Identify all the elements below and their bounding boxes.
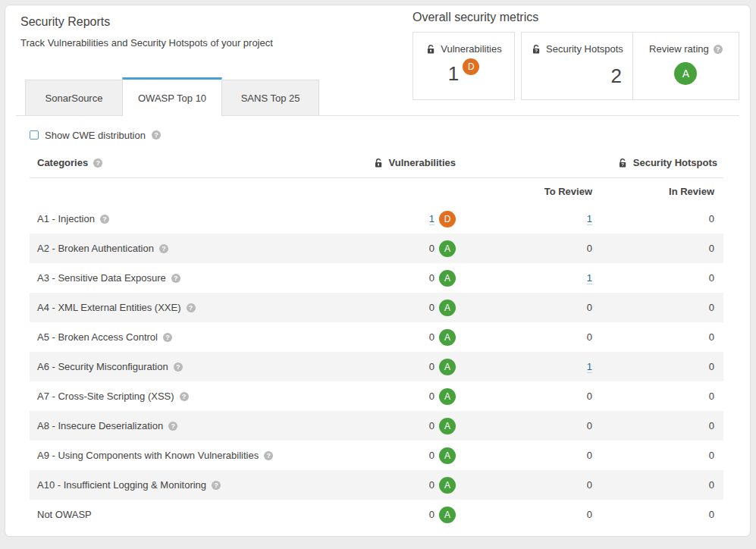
- to-review-cell: 0: [462, 509, 598, 520]
- to-review-cell: 0: [462, 420, 598, 431]
- in-review-cell: 0: [598, 450, 723, 461]
- vulnerabilities-count: 1: [448, 62, 459, 86]
- vulnerabilities-count: 0: [429, 302, 434, 313]
- help-circle-icon[interactable]: ?: [212, 481, 221, 490]
- category-label: A6 - Security Misconfiguration: [37, 361, 168, 372]
- help-circle-icon[interactable]: ?: [93, 158, 102, 168]
- rating-badge: A: [439, 329, 456, 346]
- category-cell: A6 - Security Misconfiguration?: [30, 361, 371, 372]
- category-cell: A3 - Sensitive Data Exposure?: [30, 272, 371, 284]
- vulnerabilities-metric-label: Vulnerabilities: [425, 43, 501, 55]
- vulnerabilities-cell: 0A: [371, 329, 462, 346]
- to-review-count: 0: [587, 479, 592, 491]
- help-circle-icon[interactable]: ?: [163, 333, 172, 342]
- security-hotspots-metric-label: ? Security Hotspots: [531, 43, 623, 55]
- to-review-count-link[interactable]: 1: [587, 213, 592, 225]
- review-rating-badge: A: [674, 62, 697, 85]
- help-circle-icon[interactable]: ?: [100, 215, 109, 224]
- category-cell: A8 - Insecure Deserialization?: [30, 420, 371, 431]
- category-label: A5 - Broken Access Control: [37, 331, 158, 343]
- table-row: A8 - Insecure Deserialization?0A00: [30, 411, 723, 441]
- in-review-cell: 0: [598, 479, 723, 491]
- to-review-cell: 0: [462, 302, 598, 313]
- to-review-count: 0: [587, 243, 592, 254]
- table-row: A9 - Using Components with Known Vulnera…: [30, 441, 723, 470]
- to-review-count: 0: [587, 302, 592, 313]
- category-cell: A7 - Cross-Site Scripting (XSS)?: [30, 391, 371, 402]
- to-review-cell: 0: [462, 450, 598, 461]
- help-circle-icon[interactable]: ?: [168, 422, 177, 431]
- card-header: Security Reports Track Vulnerabilities a…: [5, 5, 750, 116]
- svg-text:?: ?: [621, 162, 624, 167]
- in-review-count: 0: [709, 302, 714, 313]
- vulnerabilities-header: Vulnerabilities: [280, 157, 462, 168]
- open-lock-icon: [425, 44, 436, 55]
- vulnerabilities-metric-value-row: 1 D: [448, 62, 479, 86]
- help-circle-icon[interactable]: ?: [714, 45, 723, 54]
- vulnerabilities-count: 0: [429, 509, 434, 520]
- metric-boxes: Vulnerabilities 1 D: [413, 32, 739, 100]
- vulnerabilities-count: 0: [429, 420, 434, 431]
- table-row: A1 - Injection?1D10: [30, 204, 723, 234]
- vulnerabilities-cell: 0A: [371, 477, 462, 494]
- to-review-cell: 0: [462, 331, 598, 343]
- help-circle-icon[interactable]: ?: [187, 303, 196, 312]
- help-circle-icon[interactable]: ?: [180, 392, 189, 401]
- category-label: A7 - Cross-Site Scripting (XSS): [37, 391, 174, 402]
- in-review-cell: 0: [598, 213, 723, 224]
- security-hotspots-header: ? Security Hotspots: [462, 157, 723, 168]
- show-cwe-label[interactable]: Show CWE distribution: [45, 130, 146, 141]
- category-label: Not OWASP: [37, 509, 92, 520]
- category-label: A1 - Injection: [37, 213, 95, 224]
- rating-badge: A: [439, 300, 456, 316]
- category-cell: A10 - Insufficient Logging & Monitoring?: [30, 479, 371, 491]
- help-circle-icon[interactable]: ?: [159, 244, 168, 253]
- in-review-count: 0: [709, 272, 714, 284]
- tab-sans-top-25[interactable]: SANS Top 25: [221, 80, 319, 115]
- help-circle-icon[interactable]: ?: [171, 274, 180, 283]
- tab-owasp-top-10[interactable]: OWASP Top 10: [122, 77, 222, 116]
- tab-sonarsource[interactable]: SonarSource: [25, 80, 123, 115]
- review-rating-metric: Review rating ? A: [633, 33, 739, 99]
- table-row: A7 - Cross-Site Scripting (XSS)?0A00: [30, 381, 723, 411]
- table-header-row: Categories ? Vulnerabilities: [30, 157, 723, 178]
- rating-badge: A: [439, 447, 456, 464]
- vulnerabilities-count-link[interactable]: 1: [429, 213, 434, 225]
- to-review-count-link[interactable]: 1: [587, 272, 592, 284]
- rating-badge: A: [439, 388, 456, 405]
- category-cell: A9 - Using Components with Known Vulnera…: [30, 450, 371, 461]
- table-row: A10 - Insufficient Logging & Monitoring?…: [30, 470, 723, 500]
- in-review-count: 0: [709, 361, 714, 372]
- category-label: A2 - Broken Authentication: [37, 243, 154, 254]
- in-review-cell: 0: [598, 361, 723, 372]
- help-circle-icon[interactable]: ?: [264, 451, 273, 460]
- open-lock-question-icon: ?: [617, 158, 628, 168]
- to-review-count-link[interactable]: 1: [587, 361, 592, 373]
- vulnerabilities-count: 0: [429, 361, 434, 372]
- vulnerabilities-cell: 0A: [371, 359, 462, 375]
- in-review-header: In Review: [598, 186, 723, 197]
- vulnerabilities-cell: 0A: [371, 300, 462, 316]
- vulnerabilities-rating-badge: D: [463, 58, 479, 75]
- to-review-count: 0: [587, 391, 592, 402]
- security-hotspots-metric: ? Security Hotspots 2: [522, 33, 633, 99]
- metrics-heading: Overall security metrics: [413, 11, 739, 24]
- table-row: A2 - Broken Authentication?0A00: [30, 234, 723, 263]
- vulnerabilities-count: 0: [429, 331, 434, 343]
- category-cell: A2 - Broken Authentication?: [30, 243, 371, 254]
- rating-badge: A: [439, 240, 456, 257]
- category-cell: A1 - Injection?: [30, 213, 371, 224]
- to-review-count: 0: [587, 331, 592, 343]
- help-circle-icon[interactable]: ?: [152, 130, 161, 140]
- security-reports-card: Security Reports Track Vulnerabilities a…: [5, 5, 751, 537]
- rating-badge: A: [439, 507, 456, 523]
- vulnerabilities-count: 0: [429, 479, 434, 491]
- to-review-header: To Review: [462, 186, 598, 197]
- vulnerabilities-count: 0: [429, 450, 434, 461]
- category-label: A8 - Insecure Deserialization: [37, 420, 163, 431]
- vulnerabilities-cell: 1D: [371, 211, 462, 227]
- in-review-cell: 0: [598, 331, 723, 343]
- help-circle-icon[interactable]: ?: [174, 362, 183, 372]
- vulnerabilities-cell: 0A: [371, 447, 462, 464]
- show-cwe-checkbox[interactable]: [30, 130, 39, 140]
